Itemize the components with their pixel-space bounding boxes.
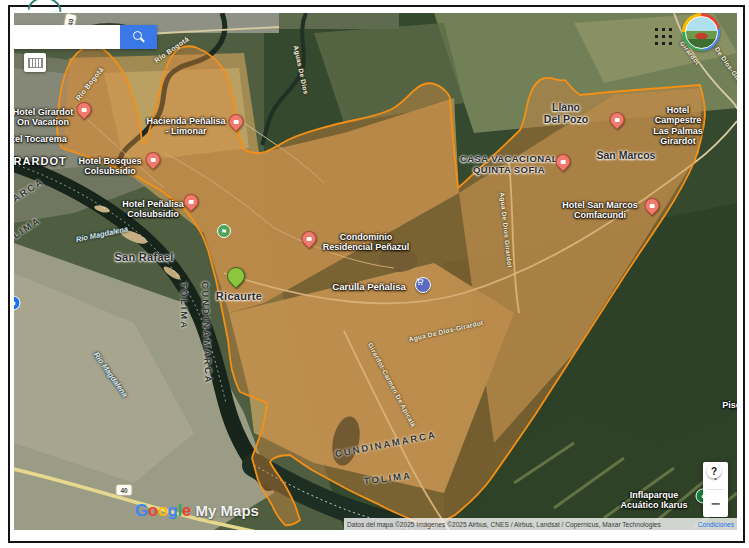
place-label-ricaurte: Ricaurte [216, 290, 262, 303]
google-logo-letter: g [168, 501, 178, 521]
google-apps-grid-icon[interactable] [652, 25, 673, 46]
search-button[interactable] [120, 25, 157, 49]
help-button[interactable]: ? [707, 464, 722, 479]
search-bar [14, 25, 157, 49]
map-attribution-bar: Datos del mapa ©2025 Imágenes ©2025 Airb… [344, 518, 737, 530]
place-label-hotel-san-marcos[interactable]: Hotel San Marcos Comfacundi [562, 200, 638, 221]
zoom-out-button[interactable]: − [703, 490, 728, 517]
terms-link[interactable]: Condiciones [698, 521, 734, 528]
place-label-san-marcos: San Marcos [597, 149, 656, 161]
google-logo-letter: o [158, 501, 168, 521]
region-label-cundinamarca-vertical: CUNDINAMARCA [199, 281, 214, 384]
google-mymaps-watermark[interactable]: Google My Maps [135, 501, 259, 521]
place-label-hotel-bosques[interactable]: Hotel Bosques Colsubsidio [78, 156, 141, 177]
region-label-tolima-vertical: TOLIMA [179, 282, 190, 330]
golf-poi-icon[interactable]: ⚑ [217, 224, 231, 238]
place-label-hotel-tocarema[interactable]: Hotel Tocarema GIRARDOT lo [14, 124, 67, 199]
place-label-hotel-penalisa[interactable]: Hotel Peñalisa Colsubsidio [122, 199, 184, 220]
place-label-casa-vacacional[interactable]: CASA VACACIONAL QUINTA SOFIA [460, 154, 558, 176]
cart-glyph [416, 278, 424, 286]
google-logo-letter: G [135, 501, 148, 521]
tocarema-line1: Hotel Tocarema [14, 134, 67, 144]
document-page: Río Magdalena Río Magdalena Río Bogotá R… [0, 0, 749, 548]
mymaps-wordmark: My Maps [196, 502, 259, 519]
place-label-piscilago: Piscilago [722, 400, 737, 410]
legend-icon [28, 58, 43, 68]
girardot-city-label: GIRARDOT [14, 155, 67, 168]
place-label-llano-del-pozo: Llano Del Pozo [544, 101, 588, 125]
account-avatar[interactable] [682, 13, 720, 51]
google-logo-letter: e [182, 501, 191, 521]
legend-toggle-button[interactable] [24, 53, 46, 72]
place-label-san-rafael: San Rafael [114, 251, 173, 264]
place-label-carulla[interactable]: Carulla Peñalisa [332, 282, 405, 293]
place-label-hotel-campestre[interactable]: Hotel Campestre Las Palmas Girardot [649, 105, 708, 146]
search-input[interactable] [14, 25, 120, 49]
search-icon [133, 31, 142, 40]
place-label-hacienda-penalisa[interactable]: Hacienda Peñalisa - Limonar [146, 116, 225, 137]
satellite-map-canvas[interactable]: Río Magdalena Río Magdalena Río Bogotá R… [14, 13, 737, 530]
route-40-shield-south: 40 [116, 484, 133, 496]
shopping-cart-poi-icon[interactable] [415, 277, 431, 293]
place-label-inflaparque[interactable]: Inflaparque Acuático Ikarus [620, 490, 687, 511]
tocarema-line3: lo [14, 178, 67, 188]
place-label-condominio[interactable]: Condominio Residencial Peñazul [323, 232, 410, 253]
avatar-photo [685, 16, 718, 49]
attribution-text: Datos del mapa ©2025 Imágenes ©2025 Airb… [347, 521, 661, 528]
google-logo-letter: o [148, 501, 158, 521]
